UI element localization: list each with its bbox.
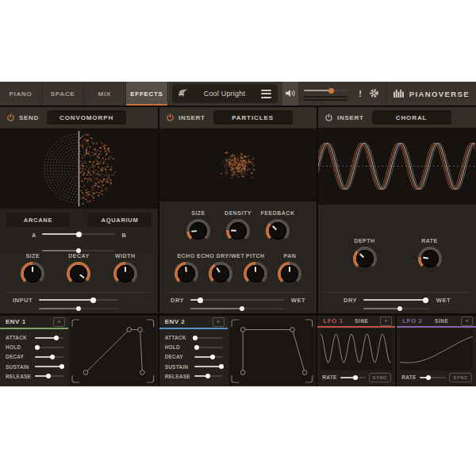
- size-knob[interactable]: [186, 219, 210, 243]
- lfo2-sync-button[interactable]: SYNC: [449, 373, 472, 382]
- env1-add-button[interactable]: +: [53, 317, 65, 327]
- hold-slider[interactable]: [194, 345, 223, 350]
- env1-section: ENV 1 + ATTACK HOLD: [0, 316, 158, 386]
- send-label: SEND: [19, 114, 39, 121]
- release-row: RELEASE: [6, 374, 63, 379]
- dry-label: DRY: [171, 297, 184, 304]
- env2-add-button[interactable]: +: [213, 317, 225, 327]
- screenshot-canvas: PIANO SPACE MIX EFFECTS Cool Upright: [0, 0, 476, 476]
- dry-label: DRY: [344, 297, 357, 304]
- divider: [324, 292, 470, 293]
- rate-knob-group: RATE: [408, 238, 452, 271]
- panel-choral: INSERT CHORAL DEPTH RATE: [318, 107, 476, 313]
- hold-row: HOLD: [165, 344, 223, 350]
- release-row: RELEASE: [165, 374, 223, 379]
- decay-slider[interactable]: [35, 355, 63, 359]
- tab-effects[interactable]: EFFECTS: [126, 82, 168, 106]
- rate-knob[interactable]: [418, 247, 442, 271]
- pitch-knob-group: PITCH: [238, 253, 272, 286]
- preset-menu-icon[interactable]: [259, 86, 273, 102]
- input-slider[interactable]: [39, 297, 118, 303]
- panel-convomorph: SEND CONVOMORPH ARCANE AQUARIUM A B: [0, 107, 158, 313]
- morph-slider[interactable]: [42, 231, 115, 237]
- mute-button[interactable]: [282, 82, 298, 106]
- power-icon[interactable]: [6, 113, 15, 122]
- volume-slider[interactable]: [304, 86, 347, 94]
- lfo1-section: LFO 1 SINE + RATE SYNC: [317, 316, 395, 386]
- release-slider[interactable]: [194, 374, 223, 378]
- top-bar: PIANO SPACE MIX EFFECTS Cool Upright: [0, 82, 476, 106]
- feedback-knob[interactable]: [266, 219, 290, 243]
- lfo2-title: LFO 2: [402, 317, 422, 324]
- pitch-knob[interactable]: [244, 262, 267, 286]
- lfo2-shape-selector[interactable]: SINE: [425, 318, 458, 324]
- density-knob[interactable]: [226, 219, 250, 243]
- lfo1-rate-slider[interactable]: [340, 375, 366, 380]
- tab-piano[interactable]: PIANO: [0, 82, 42, 106]
- ir-b-selector[interactable]: AQUARIUM: [88, 213, 152, 227]
- preset-selector[interactable]: Cool Upright: [172, 84, 278, 103]
- sustain-row: SUSTAIN: [165, 364, 223, 370]
- lfo1-shape-selector[interactable]: SINE: [347, 318, 378, 324]
- sustain-slider[interactable]: [194, 364, 223, 369]
- particles-selector[interactable]: PARTICLES: [213, 110, 293, 125]
- attack-slider[interactable]: [194, 336, 223, 340]
- particles-knobs-row2: ECHO ECHO DRY/WET PITCH: [159, 253, 317, 286]
- divider: [166, 292, 310, 293]
- convomorph-selector[interactable]: CONVOMORPH: [47, 110, 126, 125]
- tab-mix[interactable]: MIX: [84, 82, 126, 106]
- choral-selector[interactable]: CHORAL: [372, 110, 451, 125]
- decay-slider[interactable]: [194, 355, 223, 359]
- choral-header: INSERT CHORAL: [318, 107, 476, 128]
- piano-icon: [177, 86, 190, 101]
- sustain-slider[interactable]: [35, 364, 63, 369]
- lfo2-accent-bar: [397, 326, 476, 328]
- alert-button[interactable]: !: [353, 82, 367, 106]
- lfo2-wave-display: [400, 329, 473, 370]
- insert-label: INSERT: [178, 114, 205, 121]
- lfo1-add-button[interactable]: +: [380, 317, 392, 326]
- wet-label: WET: [291, 297, 305, 304]
- lfo1-sync-button[interactable]: SYNC: [369, 373, 392, 382]
- env2-title: ENV 2: [165, 318, 209, 325]
- power-icon[interactable]: [324, 113, 333, 122]
- piano-keys-icon: [393, 89, 405, 99]
- hold-slider[interactable]: [35, 345, 63, 350]
- input-mod-slider[interactable]: [39, 306, 118, 311]
- echo-drywet-knob[interactable]: [209, 262, 232, 286]
- decay-knob[interactable]: [67, 262, 90, 286]
- depth-knob-group: DEPTH: [343, 238, 387, 271]
- drywet-slider[interactable]: [363, 297, 430, 303]
- drywet-mod-slider[interactable]: [190, 306, 285, 311]
- tab-space[interactable]: SPACE: [42, 82, 84, 106]
- drywet-row: DRY WET: [171, 297, 305, 311]
- env2-curve-editor[interactable]: [229, 317, 315, 385]
- lfo2-rate-slider[interactable]: [420, 375, 447, 380]
- density-knob-group: DENSITY: [218, 210, 258, 243]
- settings-button[interactable]: [367, 82, 382, 106]
- release-slider[interactable]: [35, 374, 63, 378]
- ir-a-selector[interactable]: ARCANE: [6, 213, 70, 227]
- divider: [6, 292, 152, 293]
- env1-title: ENV 1: [6, 318, 50, 325]
- master-volume: [304, 82, 347, 106]
- power-icon[interactable]: [166, 113, 175, 122]
- echo-knob[interactable]: [175, 262, 198, 286]
- lfo2-add-button[interactable]: +: [461, 317, 473, 326]
- depth-knob[interactable]: [353, 247, 377, 271]
- pan-knob[interactable]: [278, 262, 301, 286]
- main-tabs: PIANO SPACE MIX EFFECTS: [0, 82, 168, 106]
- size-knob[interactable]: [21, 262, 44, 286]
- lfo1-title: LFO 1: [323, 317, 343, 324]
- width-knob[interactable]: [113, 262, 137, 286]
- size-knob-group: SIZE: [178, 210, 218, 243]
- sustain-row: SUSTAIN: [6, 364, 63, 370]
- preset-name: Cool Upright: [190, 90, 259, 98]
- env1-curve-editor[interactable]: [70, 317, 156, 385]
- drywet-mod-slider[interactable]: [363, 306, 430, 311]
- drywet-slider[interactable]: [190, 297, 285, 303]
- attack-slider[interactable]: [35, 336, 63, 340]
- lfo2-rate-row: RATE SYNC: [397, 371, 476, 386]
- morph-b-label: B: [122, 232, 126, 239]
- ir-morph-visualization: [0, 129, 158, 209]
